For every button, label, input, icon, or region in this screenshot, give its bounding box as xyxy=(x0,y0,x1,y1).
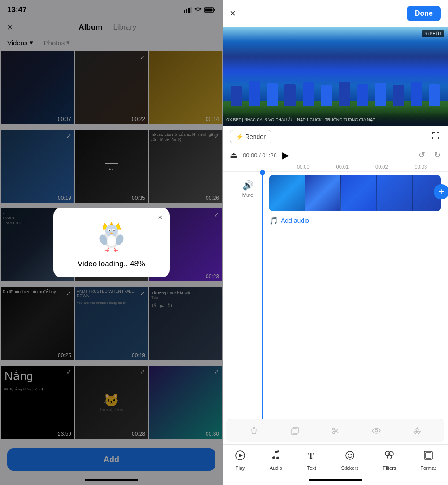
done-button[interactable]: Done xyxy=(407,6,441,21)
svg-point-28 xyxy=(332,432,335,434)
ruler-mark: 00:00 xyxy=(297,164,310,169)
timeline-area: 🔊 Mute + 🎵 xyxy=(223,172,448,419)
svg-point-13 xyxy=(109,230,110,231)
left-panel: 13:47 × xyxy=(0,0,223,485)
svg-text:T: T xyxy=(308,451,314,460)
text-tab-icon: T xyxy=(306,450,317,463)
delete-icon[interactable] xyxy=(246,423,262,439)
fullscreen-icon xyxy=(431,131,441,141)
format-tab-icon xyxy=(423,450,434,463)
tab-text-label: Text xyxy=(307,465,316,471)
tab-audio-label: Audio xyxy=(270,465,282,471)
timeline-labels: 🔊 Mute xyxy=(230,175,266,415)
timeline-header: ⏏ 00:00 / 01:26 ▶ ↺ ↻ xyxy=(223,148,448,162)
video-track-thumbnail xyxy=(269,175,441,211)
ruler-marks: 00:00 00:01 00:02 00:03 xyxy=(230,164,427,169)
audio-tab-icon xyxy=(271,450,281,463)
timeline-tracks: + 🎵 Add audio xyxy=(269,175,441,415)
svg-point-31 xyxy=(375,430,377,432)
svg-point-14 xyxy=(113,230,115,231)
tab-stickers-label: Stickers xyxy=(341,465,358,471)
filters-tab-icon xyxy=(384,450,395,463)
svg-point-10 xyxy=(105,225,118,237)
tab-text[interactable]: T Text xyxy=(303,448,321,472)
svg-point-35 xyxy=(346,451,354,459)
add-audio-label[interactable]: Add audio xyxy=(281,217,309,224)
home-bar-right xyxy=(309,479,362,481)
copy-icon[interactable] xyxy=(287,423,303,439)
render-button[interactable]: ⚡ Render xyxy=(230,130,271,143)
tab-stickers[interactable]: Stickers xyxy=(337,448,362,472)
bird-mascot xyxy=(94,217,129,252)
tab-filters-label: Filters xyxy=(383,465,396,471)
mute-control: 🔊 Mute xyxy=(242,180,254,198)
eject-icon[interactable]: ⏏ xyxy=(230,150,237,160)
video-track[interactable] xyxy=(269,175,441,211)
play-tab-icon xyxy=(235,450,246,463)
svg-point-27 xyxy=(332,428,335,430)
tab-filters[interactable]: Filters xyxy=(379,448,400,472)
video-preview: 9+PHÚT OX BET | NHAC CAI & VO CHAU ÂU - … xyxy=(223,27,448,126)
bottom-tabs: Play Audio T Text xyxy=(223,444,448,474)
modal-overlay: × xyxy=(0,0,223,485)
toolbar-icons xyxy=(226,419,444,442)
svg-point-37 xyxy=(351,454,352,455)
right-header: × Done xyxy=(223,0,448,27)
tab-format[interactable]: Format xyxy=(417,448,439,472)
tab-play[interactable]: Play xyxy=(231,448,249,472)
stickers-tab-icon xyxy=(345,450,355,463)
redo-button[interactable]: ↻ xyxy=(434,150,441,160)
audio-track[interactable]: 🎵 Add audio xyxy=(269,214,441,227)
play-button[interactable]: ▶ xyxy=(282,150,289,160)
mute-icon[interactable]: 🔊 xyxy=(242,180,254,191)
video-badge: 9+PHÚT xyxy=(422,30,444,37)
right-close-button[interactable]: × xyxy=(230,8,236,19)
ruler-mark: 00:03 xyxy=(415,164,427,169)
svg-rect-25 xyxy=(292,429,297,435)
modal-loading-text: Video loading.. 48% xyxy=(78,260,145,268)
music-note-icon: 🎵 xyxy=(269,217,278,225)
playhead[interactable] xyxy=(262,172,263,419)
add-clip-button[interactable]: + xyxy=(434,184,448,199)
modal-box: × xyxy=(53,208,170,277)
right-panel: × Done xyxy=(223,0,448,485)
eye-icon[interactable] xyxy=(368,423,384,439)
ruler-mark: 00:01 xyxy=(336,164,349,169)
scissors-icon[interactable] xyxy=(327,423,344,439)
svg-rect-42 xyxy=(426,453,431,458)
bird-icon xyxy=(94,217,129,252)
svg-point-18 xyxy=(107,235,116,246)
undo-button[interactable]: ↺ xyxy=(418,150,425,160)
time-display: 00:00 / 01:26 xyxy=(243,152,277,159)
fullscreen-button[interactable] xyxy=(431,131,441,143)
mute-label: Mute xyxy=(242,192,253,198)
ruler-mark: 00:02 xyxy=(375,164,388,169)
tab-play-label: Play xyxy=(235,465,245,471)
home-indicator-right xyxy=(223,474,448,485)
timeline-ruler: 00:00 00:01 00:02 00:03 xyxy=(223,162,448,172)
tab-format-label: Format xyxy=(420,465,436,471)
editor-controls: ⚡ Render xyxy=(223,126,448,148)
svg-marker-33 xyxy=(239,454,243,457)
video-frame xyxy=(223,27,448,126)
watermark-text: OX BET | NHAC CAI & VO CHAU ÂU - NẠP 1 C… xyxy=(226,117,375,122)
modal-close-button[interactable]: × xyxy=(158,213,163,222)
svg-point-36 xyxy=(348,454,349,455)
tab-audio[interactable]: Audio xyxy=(266,448,286,472)
shape-icon[interactable] xyxy=(409,423,425,439)
svg-rect-26 xyxy=(293,427,298,433)
